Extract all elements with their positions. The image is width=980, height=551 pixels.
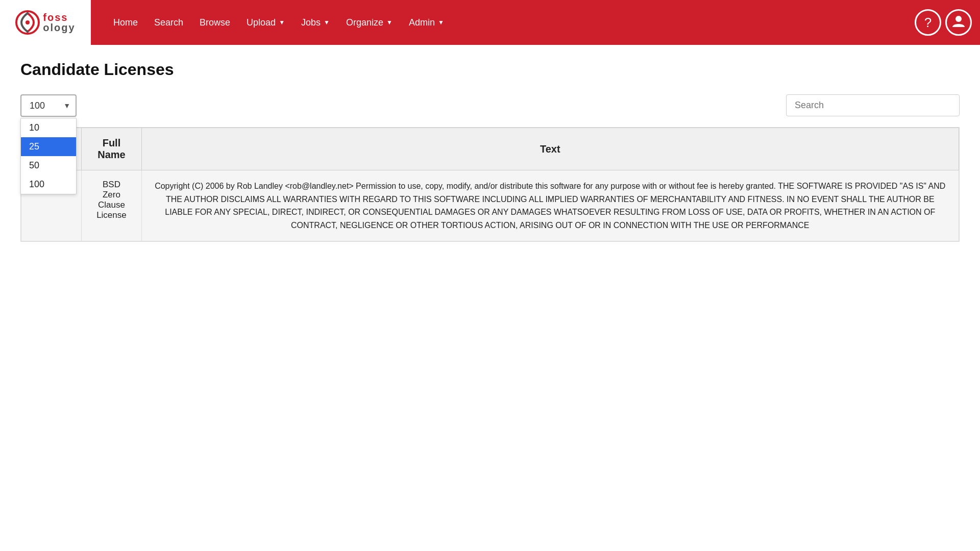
- option-25[interactable]: 25: [21, 137, 76, 156]
- table-row: 0BSD BSD ZeroClauseLicense Copyright (C)…: [21, 170, 959, 241]
- controls-row: 10 25 50 100 ▼ 10 25 50 100: [20, 94, 960, 117]
- nav-icons: ?: [915, 9, 980, 36]
- nav-links: Home Search Browse Upload ▼ Jobs ▼ Organ…: [91, 13, 915, 32]
- logo-ology: ology: [43, 22, 75, 33]
- organize-caret-icon: ▼: [386, 19, 393, 26]
- table-container: Short Name Full Name Text 0BSD BSD ZeroC…: [20, 127, 960, 242]
- table-body: 0BSD BSD ZeroClauseLicense Copyright (C)…: [21, 170, 959, 241]
- logo-container[interactable]: foss ology: [0, 0, 91, 45]
- svg-point-2: [955, 16, 962, 22]
- nav-search[interactable]: Search: [147, 13, 190, 32]
- col-text: Text: [141, 128, 959, 170]
- option-10[interactable]: 10: [21, 118, 76, 137]
- logo-foss: foss: [43, 12, 75, 22]
- user-icon: [951, 14, 966, 32]
- nav-browse[interactable]: Browse: [192, 13, 237, 32]
- nav-jobs[interactable]: Jobs ▼: [294, 13, 337, 32]
- option-100[interactable]: 100: [21, 175, 76, 194]
- cell-text: Copyright (C) 2006 by Rob Landley <rob@l…: [141, 170, 959, 241]
- licenses-table: Short Name Full Name Text 0BSD BSD ZeroC…: [21, 128, 959, 241]
- per-page-options-popup: 10 25 50 100: [20, 118, 77, 194]
- nav-home[interactable]: Home: [106, 13, 145, 32]
- nav-admin[interactable]: Admin ▼: [402, 13, 451, 32]
- search-input[interactable]: [786, 94, 960, 116]
- svg-point-1: [26, 20, 30, 24]
- col-full-name: Full Name: [82, 128, 141, 170]
- per-page-dropdown-wrapper: 10 25 50 100 ▼ 10 25 50 100: [20, 94, 77, 117]
- fossology-logo-icon: [15, 10, 40, 35]
- full-name-text: BSD ZeroClauseLicense: [96, 180, 127, 220]
- page-content: Candidate Licenses 10 25 50 100 ▼ 10 25 …: [0, 45, 980, 257]
- user-button[interactable]: [945, 9, 972, 36]
- admin-caret-icon: ▼: [438, 19, 444, 26]
- help-icon: ?: [924, 15, 932, 31]
- nav-upload[interactable]: Upload ▼: [239, 13, 292, 32]
- option-50[interactable]: 50: [21, 156, 76, 175]
- cell-full-name: BSD ZeroClauseLicense: [82, 170, 141, 241]
- navbar: foss ology Home Search Browse Upload ▼ J…: [0, 0, 980, 45]
- per-page-select[interactable]: 10 25 50 100: [20, 94, 77, 117]
- table-header: Short Name Full Name Text: [21, 128, 959, 170]
- upload-caret-icon: ▼: [279, 19, 285, 26]
- page-title: Candidate Licenses: [20, 60, 960, 79]
- user-avatar-icon: [951, 14, 966, 28]
- nav-organize[interactable]: Organize ▼: [339, 13, 400, 32]
- jobs-caret-icon: ▼: [324, 19, 330, 26]
- help-button[interactable]: ?: [915, 9, 941, 36]
- logo-brand: foss ology: [43, 12, 75, 33]
